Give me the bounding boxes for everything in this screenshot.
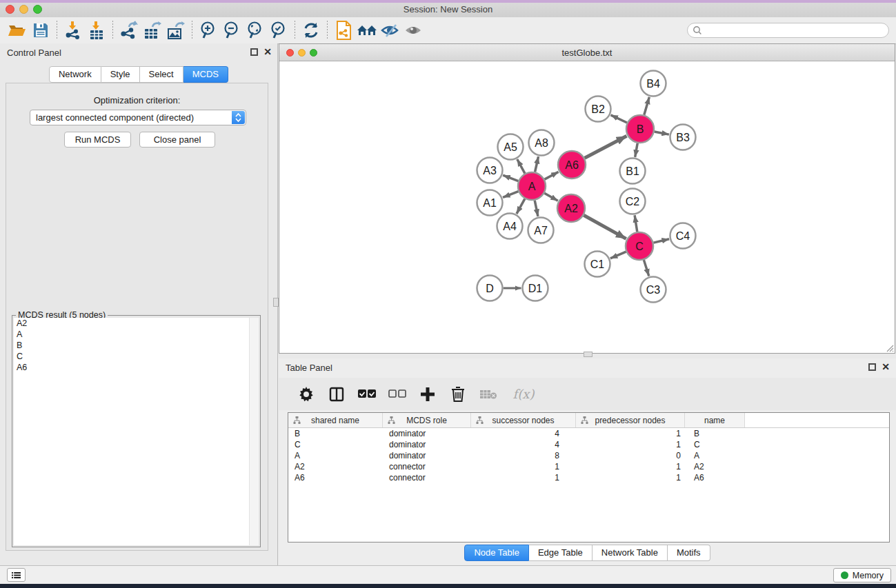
graph-edge-A-A7[interactable] xyxy=(535,201,538,216)
vertical-split-handle[interactable] xyxy=(584,352,593,357)
graph-node-B4[interactable]: B4 xyxy=(641,71,666,97)
graph-edge-B-B2[interactable] xyxy=(611,115,628,123)
table-cell[interactable]: 1 xyxy=(471,472,576,483)
column-header-successor-nodes[interactable]: successor nodes xyxy=(471,413,576,427)
zoom-fit-button[interactable] xyxy=(243,19,267,41)
table-row[interactable]: Adominator80A xyxy=(288,450,889,461)
refresh-view-button[interactable] xyxy=(299,19,323,41)
table-cell[interactable]: A xyxy=(288,450,383,461)
graph-node-B[interactable]: B xyxy=(626,115,654,143)
graph-edge-B-B4[interactable] xyxy=(644,97,650,115)
close-panel-icon[interactable]: ✕ xyxy=(263,45,272,58)
table-cell[interactable]: A2 xyxy=(288,461,383,472)
graph-edge-A-A5[interactable] xyxy=(517,159,525,174)
mcds-result-item[interactable]: C xyxy=(14,351,259,362)
graph-node-A1[interactable]: A1 xyxy=(477,190,503,216)
graph-node-A5[interactable]: A5 xyxy=(498,134,524,160)
graph-node-A7[interactable]: A7 xyxy=(528,218,554,243)
function-builder-button[interactable]: f(x) xyxy=(504,381,544,408)
graph-node-A3[interactable]: A3 xyxy=(477,158,503,183)
zoom-selected-button[interactable] xyxy=(267,19,290,41)
graph-node-C[interactable]: C xyxy=(626,232,653,260)
graph-edge-C-C3[interactable] xyxy=(644,260,648,276)
graph-node-D1[interactable]: D1 xyxy=(523,276,548,301)
search-input[interactable] xyxy=(687,23,889,38)
column-header-name[interactable]: name xyxy=(685,413,745,427)
table-cell[interactable]: 4 xyxy=(471,439,576,450)
table-cell[interactable]: 0 xyxy=(576,450,685,461)
graph-edge-A-A8[interactable] xyxy=(535,156,539,172)
column-header-mcds-role[interactable]: MCDS role xyxy=(383,413,471,427)
graph-edge-A-A6[interactable] xyxy=(545,172,559,179)
graph-node-B1[interactable]: B1 xyxy=(620,159,646,184)
table-tab-node-table[interactable]: Node Table xyxy=(464,545,529,561)
table-tab-edge-table[interactable]: Edge Table xyxy=(529,545,593,561)
graph-node-A6[interactable]: A6 xyxy=(558,151,586,179)
graph-edge-A-A4[interactable] xyxy=(517,199,525,214)
table-cell[interactable]: connector xyxy=(383,461,471,472)
network-file-button[interactable] xyxy=(332,19,355,41)
graph-node-C1[interactable]: C1 xyxy=(585,252,610,277)
table-cell[interactable]: dominator xyxy=(383,439,471,450)
float-panel-icon[interactable] xyxy=(868,363,876,371)
graph-node-B3[interactable]: B3 xyxy=(670,125,696,150)
show-panels-button[interactable] xyxy=(402,19,426,41)
delete-table-button[interactable] xyxy=(473,381,504,408)
table-cell[interactable]: C xyxy=(685,439,745,450)
tab-select[interactable]: Select xyxy=(140,66,183,83)
graph-node-C3[interactable]: C3 xyxy=(641,277,666,303)
tab-network[interactable]: Network xyxy=(49,66,101,83)
graph-edge-C-C4[interactable] xyxy=(653,239,669,243)
graph-node-D[interactable]: D xyxy=(477,276,503,301)
save-session-button[interactable] xyxy=(29,19,52,41)
table-row[interactable]: A6connector11A6 xyxy=(288,472,889,483)
export-table-button[interactable] xyxy=(141,19,164,41)
run-mcds-button[interactable]: Run MCDS xyxy=(64,132,131,148)
close-panel-icon[interactable]: ✕ xyxy=(882,361,890,373)
table-row[interactable]: Cdominator41C xyxy=(288,439,889,450)
table-cell[interactable]: connector xyxy=(383,472,471,483)
create-column-button[interactable] xyxy=(412,381,443,408)
export-network-button[interactable] xyxy=(117,19,141,41)
import-network-button[interactable] xyxy=(61,19,85,41)
graph-edge-A-A1[interactable] xyxy=(503,192,518,198)
delete-column-button[interactable] xyxy=(443,381,473,408)
table-cell[interactable]: 1 xyxy=(576,472,685,483)
column-header-predecessor-nodes[interactable]: predecessor nodes xyxy=(576,413,685,427)
graph-node-A8[interactable]: A8 xyxy=(529,130,555,156)
criterion-dropdown[interactable]: largest connected component (directed) xyxy=(30,110,246,125)
result-list-scrollbar[interactable] xyxy=(249,318,259,545)
table-row[interactable]: A2connector11A2 xyxy=(288,461,889,472)
home-button[interactable] xyxy=(355,19,379,41)
deselect-all-button[interactable] xyxy=(382,381,412,408)
table-cell[interactable]: 1 xyxy=(576,428,685,439)
graph-edge-C-C2[interactable] xyxy=(635,215,637,232)
table-cell[interactable]: 8 xyxy=(471,450,576,461)
graph-edge-C-C1[interactable] xyxy=(610,252,626,258)
table-cell[interactable]: 1 xyxy=(576,461,685,472)
table-tab-network-table[interactable]: Network Table xyxy=(593,545,668,561)
table-row[interactable]: Bdominator41B xyxy=(288,428,889,439)
table-cell[interactable]: A6 xyxy=(685,472,745,483)
graph-node-C4[interactable]: C4 xyxy=(670,223,696,249)
table-cell[interactable]: 1 xyxy=(576,439,685,450)
tab-style[interactable]: Style xyxy=(101,66,140,83)
graph-node-B2[interactable]: B2 xyxy=(586,97,611,122)
graph-node-A2[interactable]: A2 xyxy=(557,194,585,222)
horizontal-split-handle[interactable] xyxy=(273,298,279,307)
network-canvas[interactable]: B4B2BB3A8A5A6A3B1AA1C2A2A4A7C4CC1C3DD1 xyxy=(279,61,895,353)
open-session-button[interactable] xyxy=(6,19,29,41)
table-cell[interactable]: A2 xyxy=(685,461,745,472)
hide-panels-button[interactable] xyxy=(379,19,402,41)
resize-grip-icon[interactable] xyxy=(884,343,894,352)
table-tab-motifs[interactable]: Motifs xyxy=(668,545,710,561)
table-settings-button[interactable] xyxy=(291,381,321,408)
graph-node-A4[interactable]: A4 xyxy=(497,214,523,239)
table-cell[interactable]: 1 xyxy=(471,461,576,472)
import-table-button[interactable] xyxy=(85,19,108,41)
export-image-button[interactable] xyxy=(164,19,188,41)
table-cell[interactable]: C xyxy=(288,439,383,450)
select-all-button[interactable] xyxy=(352,381,382,408)
graph-node-C2[interactable]: C2 xyxy=(620,189,646,214)
network-graph[interactable]: B4B2BB3A8A5A6A3B1AA1C2A2A4A7C4CC1C3DD1 xyxy=(279,61,895,353)
